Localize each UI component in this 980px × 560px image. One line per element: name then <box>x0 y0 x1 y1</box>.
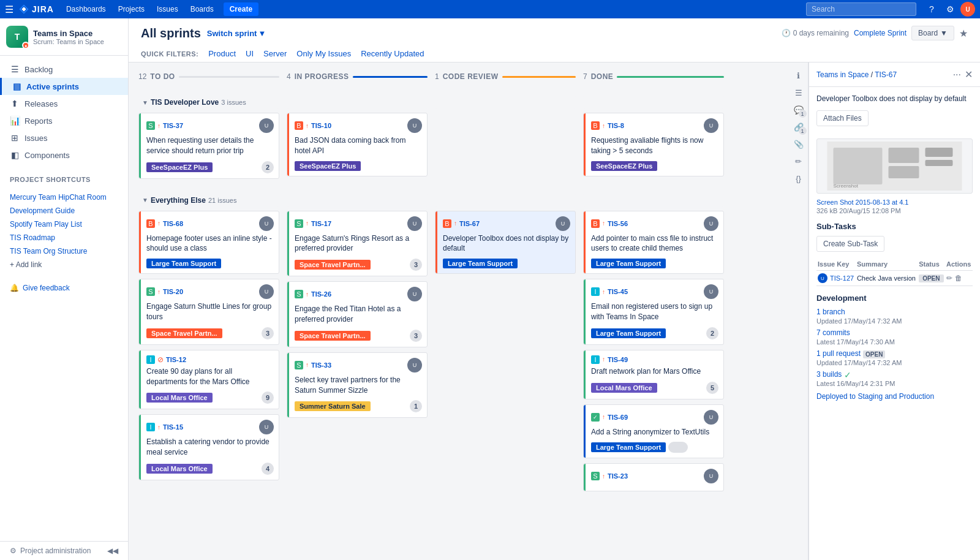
sidebar-item-backlog[interactable]: ☰ Backlog <box>0 61 128 78</box>
card-tis-8[interactable]: B ↑ TIS-8 U Requesting avaliable flights… <box>583 113 724 176</box>
filter-product[interactable]: Product <box>208 49 236 58</box>
card-key[interactable]: TIS-33 <box>311 361 331 369</box>
sidebar-item-active-sprints[interactable]: ▤ Active sprints <box>0 78 128 95</box>
card-tis-17[interactable]: S ↑ TIS-17 U Engage Saturn's Rings Resor… <box>287 211 428 277</box>
panel-close-button[interactable]: ✕ <box>965 69 973 80</box>
star-button[interactable]: ★ <box>959 28 968 39</box>
filter-recently-updated[interactable]: Recently Updated <box>361 49 424 58</box>
card-key[interactable]: TIS-8 <box>608 122 624 129</box>
card-tis-12[interactable]: I ⊘ TIS-12 Create 90 day plans for all d… <box>138 350 279 410</box>
sidebar-item-issues[interactable]: ⊞ Issues <box>0 129 128 146</box>
shortcut-roadmap[interactable]: TIS Roadmap <box>0 231 128 244</box>
give-feedback-link[interactable]: 🔔 Give feedback <box>0 281 128 295</box>
complete-sprint-button[interactable]: Complete Sprint <box>854 29 907 37</box>
card-key[interactable]: TIS-20 <box>163 288 183 295</box>
card-tis-67[interactable]: B ↑ TIS-67 U Developer Toolbox does not … <box>435 211 576 274</box>
card-key[interactable]: TIS-49 <box>608 356 628 363</box>
card-tis-37[interactable]: S ↑ TIS-37 U When requesting user detail… <box>138 113 279 179</box>
card-tis-20[interactable]: S ↑ TIS-20 U Engage Saturn Shuttle Lines… <box>138 279 279 345</box>
card-label[interactable]: SeeSpaceEZ Plus <box>295 161 361 171</box>
card-key[interactable]: TIS-67 <box>459 220 480 227</box>
card-key[interactable]: TIS-17 <box>311 220 331 227</box>
create-subtask-button[interactable]: Create Sub-Task <box>816 236 884 252</box>
delete-subtask-icon[interactable]: 🗑 <box>955 274 962 282</box>
shortcut-org-structure[interactable]: TIS Team Org Structure <box>0 244 128 258</box>
issues-menu[interactable]: Issues <box>152 2 183 16</box>
card-label[interactable]: Local Mars Office <box>146 464 213 474</box>
settings-icon[interactable]: ⚙ <box>942 1 958 17</box>
shortcut-dev-guide[interactable]: Development Guide <box>0 204 128 218</box>
card-key[interactable]: TIS-37 <box>163 122 183 129</box>
panel-edit-icon[interactable]: ✏ <box>791 153 807 169</box>
sprint-group-2-header[interactable]: ▼ Everything Else 21 issues <box>138 194 279 207</box>
filter-server[interactable]: Server <box>263 49 287 58</box>
panel-attachment-icon[interactable]: 📎 <box>791 136 807 152</box>
card-key[interactable]: TIS-23 <box>608 472 628 480</box>
projects-menu[interactable]: Projects <box>113 2 149 16</box>
panel-comment-icon[interactable]: 💬 1 <box>791 102 807 118</box>
toggle-button[interactable] <box>668 442 688 453</box>
card-label[interactable]: Space Travel Partn... <box>295 331 371 341</box>
card-tis-69[interactable]: ✓ ↑ TIS-69 U Add a String anonymizer to … <box>583 404 724 459</box>
subtask-key-link[interactable]: TIS-127 <box>830 274 854 282</box>
card-tis-45[interactable]: I ↑ TIS-45 U Email non registered users … <box>583 279 724 345</box>
panel-more-button[interactable]: ··· <box>953 69 961 80</box>
card-label[interactable]: Large Team Support <box>591 442 666 452</box>
card-label[interactable]: Space Travel Partn... <box>295 260 371 270</box>
card-tis-68[interactable]: B ↑ TIS-68 U Homepage footer uses an inl… <box>138 211 279 274</box>
user-avatar[interactable]: U <box>960 2 975 17</box>
sidebar-item-releases[interactable]: ⬆ Releases <box>0 95 128 112</box>
card-tis-26[interactable]: S ↑ TIS-26 U Engage the Red Titan Hotel … <box>287 281 428 347</box>
card-key[interactable]: TIS-10 <box>311 122 331 129</box>
card-tis-10[interactable]: B ↑ TIS-10 U Bad JSON data coming back f… <box>287 113 428 176</box>
card-tis-33[interactable]: S ↑ TIS-33 U Select key travel partners … <box>287 352 428 418</box>
card-key[interactable]: TIS-56 <box>608 220 628 227</box>
breadcrumb-project[interactable]: Teams in Space <box>816 70 869 79</box>
hamburger-menu[interactable]: ☰ <box>5 4 13 15</box>
card-label[interactable]: Summer Saturn Sale <box>295 401 371 411</box>
create-button[interactable]: Create <box>224 2 258 16</box>
card-tis-15[interactable]: I ↑ TIS-15 U Establish a catering vendor… <box>138 414 279 480</box>
card-label[interactable]: Large Team Support <box>591 259 666 268</box>
shortcut-hipcat[interactable]: Mercury Team HipChat Room <box>0 191 128 204</box>
sidebar-item-components[interactable]: ◧ Components <box>0 146 128 164</box>
attach-files-button[interactable]: Attach Files <box>816 110 869 126</box>
sprint-group-header-todo[interactable]: ▼ TIS Developer Love 3 issues <box>138 96 279 109</box>
board-view-button[interactable]: Board ▼ <box>911 26 954 40</box>
shortcut-spotify[interactable]: Spotify Team Play List <box>0 218 128 231</box>
card-key[interactable]: TIS-68 <box>163 220 183 227</box>
card-label[interactable]: Local Mars Office <box>591 383 657 393</box>
card-key[interactable]: TIS-69 <box>608 414 628 421</box>
card-label[interactable]: Large Team Support <box>591 328 666 338</box>
switch-sprint-button[interactable]: Switch sprint ▼ <box>207 29 266 38</box>
help-icon[interactable]: ? <box>924 1 940 17</box>
card-label[interactable]: SeeSpaceEZ Plus <box>146 162 213 172</box>
screenshot-info[interactable]: Screen Shot 2015-08-13 at 4.1 <box>816 199 973 206</box>
card-tis-23[interactable]: S ↑ TIS-23 U <box>583 463 724 491</box>
panel-link-icon[interactable]: 🔗 1 <box>791 119 807 135</box>
filter-ui[interactable]: UI <box>246 49 254 58</box>
card-tis-56[interactable]: B ↑ TIS-56 U Add pointer to main css fil… <box>583 211 724 274</box>
breadcrumb-issue[interactable]: TIS-67 <box>875 70 897 79</box>
card-key[interactable]: TIS-12 <box>166 356 186 363</box>
card-label[interactable]: Large Team Support <box>443 259 518 268</box>
card-tis-49[interactable]: I ↑ TIS-49 Draft network plan for Mars O… <box>583 350 724 399</box>
add-link-button[interactable]: + Add link <box>0 258 128 271</box>
checkbox-icon[interactable]: ✓ <box>591 413 600 422</box>
branch-link[interactable]: 1 branch <box>816 308 973 316</box>
search-input[interactable] <box>806 2 916 16</box>
card-label[interactable]: Space Travel Partn... <box>146 328 222 338</box>
card-key[interactable]: TIS-45 <box>608 288 628 295</box>
project-admin-link[interactable]: ⚙ Project administration ◀◀ <box>0 541 128 560</box>
panel-activity-icon[interactable]: ☰ <box>791 85 807 100</box>
card-label[interactable]: Local Mars Office <box>146 393 213 403</box>
panel-code-icon[interactable]: {} <box>791 170 807 186</box>
card-key[interactable]: TIS-26 <box>311 290 331 298</box>
builds-link[interactable]: 3 builds <box>816 370 842 379</box>
card-key[interactable]: TIS-15 <box>163 423 183 431</box>
card-label[interactable]: Large Team Support <box>146 259 221 268</box>
card-label[interactable]: SeeSpaceEZ Plus <box>591 161 657 171</box>
filter-only-my-issues[interactable]: Only My Issues <box>296 49 351 58</box>
commits-link[interactable]: 7 commits <box>816 328 973 337</box>
boards-menu[interactable]: Boards <box>186 2 219 16</box>
